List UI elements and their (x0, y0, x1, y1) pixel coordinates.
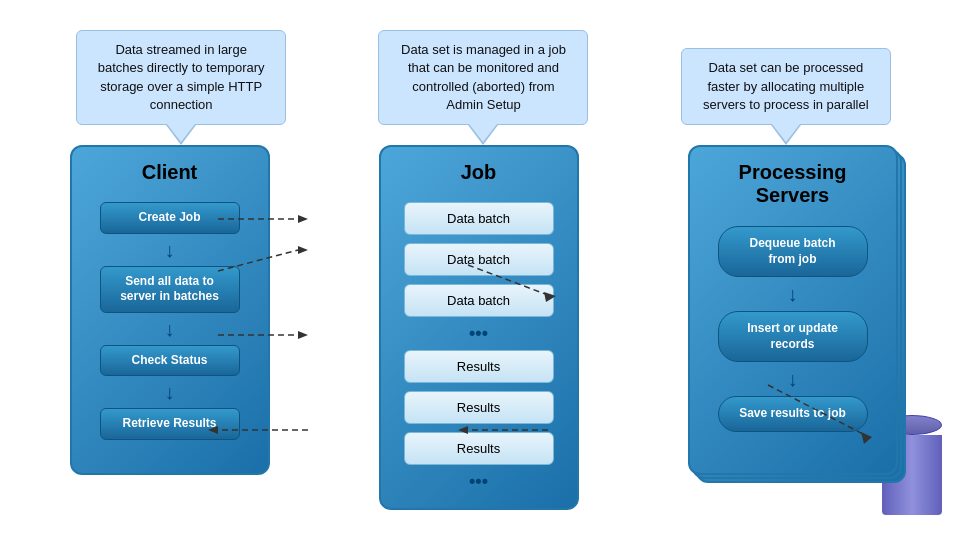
results-2: Results (404, 391, 554, 424)
arrow-down-1: ↓ (165, 240, 175, 260)
arrow-down-proc-2: ↓ (788, 369, 798, 389)
data-batch-1: Data batch (404, 202, 554, 235)
create-job-button[interactable]: Create Job (100, 202, 240, 234)
diagram-container: Data streamed in large batches directly … (0, 0, 967, 555)
job-panel: Job Data batch Data batch Data batch •••… (379, 145, 579, 510)
callout-client: Data streamed in large batches directly … (76, 30, 286, 125)
client-panel: Client Create Job ↓ Send all data toserv… (70, 145, 270, 475)
send-data-button[interactable]: Send all data toserver in batches (100, 266, 240, 313)
arrow-down-3: ↓ (165, 382, 175, 402)
columns-row: Client Create Job ↓ Send all data toserv… (10, 125, 957, 545)
results-1: Results (404, 350, 554, 383)
callout-processing: Data set can be processed faster by allo… (681, 48, 891, 125)
arrow-down-2: ↓ (165, 319, 175, 339)
dequeue-button[interactable]: Dequeue batchfrom job (718, 226, 868, 277)
retrieve-results-button[interactable]: Retrieve Results (100, 408, 240, 440)
callout-job: Data set is managed in a job that can be… (378, 30, 588, 125)
job-title: Job (461, 161, 497, 184)
results-3: Results (404, 432, 554, 465)
check-status-button[interactable]: Check Status (100, 345, 240, 377)
data-batch-3: Data batch (404, 284, 554, 317)
save-results-button[interactable]: Save results to job (718, 396, 868, 432)
arrow-down-proc-1: ↓ (788, 284, 798, 304)
processing-stack: ProcessingServers Dequeue batchfrom job … (688, 145, 898, 475)
processing-title: ProcessingServers (739, 161, 847, 207)
callouts-row: Data streamed in large batches directly … (10, 10, 957, 125)
dots-2: ••• (469, 471, 488, 492)
processing-panel: ProcessingServers Dequeue batchfrom job … (688, 145, 898, 475)
data-batch-2: Data batch (404, 243, 554, 276)
dots-1: ••• (469, 323, 488, 344)
client-title: Client (142, 161, 198, 184)
insert-update-button[interactable]: Insert or updaterecords (718, 311, 868, 362)
